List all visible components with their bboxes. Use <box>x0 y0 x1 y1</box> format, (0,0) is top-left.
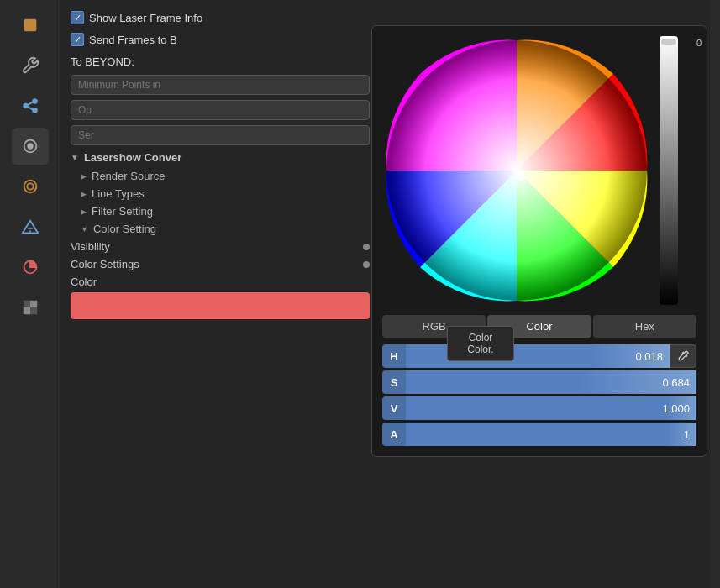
arrow-render-source: ▶ <box>81 172 87 181</box>
to-beyond-label-row: To BEYOND: <box>60 50 380 72</box>
svg-point-7 <box>28 144 33 149</box>
color-label: Color <box>71 276 97 288</box>
sidebar-icon-target[interactable] <box>12 128 49 165</box>
hsva-value-h: 0.018 <box>635 350 663 363</box>
arrow-line-types: ▶ <box>81 190 87 198</box>
svg-rect-0 <box>24 19 36 32</box>
hsva-row-h: H 0.018 <box>382 344 696 368</box>
scrollbar[interactable] <box>710 0 720 588</box>
checkbox-show-laser-label: Show Laser Frame Info <box>89 12 202 24</box>
hsva-row-a: A 1 <box>382 423 696 446</box>
sidebar-icon-wrench[interactable] <box>12 47 49 84</box>
svg-point-20 <box>386 40 647 301</box>
ser-input[interactable] <box>71 125 370 145</box>
sidebar-icon-ring[interactable] <box>12 168 49 205</box>
svg-line-5 <box>27 107 32 110</box>
section-lasershow[interactable]: ▼ Lasershow Conver <box>60 148 380 167</box>
checkbox-send-frames[interactable]: ✓ <box>71 33 84 46</box>
svg-point-3 <box>33 108 37 113</box>
main-panel: ✓ Show Laser Frame Info ✓ Send Frames to… <box>60 0 720 588</box>
checkbox-show-laser[interactable]: ✓ <box>71 11 84 24</box>
subsection-color-setting[interactable]: ▼ Color Setting <box>60 220 380 238</box>
hsva-label-s: S <box>382 370 406 394</box>
hsva-bar-s[interactable]: 0.684 <box>406 370 696 394</box>
brightness-bar[interactable] <box>660 36 678 305</box>
color-wheel[interactable] <box>382 36 651 305</box>
hsva-value-a: 1 <box>684 428 690 441</box>
checkbox-row-send-frames: ✓ Send Frames to B <box>60 29 380 50</box>
subsection-line-types-label: Line Types <box>92 187 145 200</box>
arrow-color-setting: ▼ <box>81 225 88 234</box>
hsva-value-v: 1.000 <box>662 402 690 415</box>
svg-point-21 <box>517 172 525 181</box>
color-settings-label: Color Settings <box>71 258 139 270</box>
svg-rect-14 <box>23 301 29 307</box>
section-arrow-lasershow: ▼ <box>71 153 79 162</box>
svg-point-9 <box>27 183 33 189</box>
sidebar-icon-checkerboard[interactable] <box>12 289 49 326</box>
tab-bar: RGB Color Hex <box>382 315 696 338</box>
hsva-value-s: 0.684 <box>662 376 690 389</box>
visibility-label: Visibility <box>71 240 110 253</box>
svg-rect-15 <box>30 301 37 307</box>
hsva-label-h: H <box>382 344 406 368</box>
hsva-bar-h[interactable]: 0.018 <box>406 344 670 368</box>
brightness-handle[interactable] <box>661 39 676 45</box>
tooltip-line2: Color. <box>456 344 505 355</box>
hsva-row-v: V 1.000 <box>382 396 696 420</box>
sidebar-icon-nodes[interactable] <box>12 87 49 124</box>
color-wheel-area: 0 <box>382 36 696 305</box>
subsection-color-setting-label: Color Setting <box>93 223 156 235</box>
visibility-row: Visibility <box>60 238 380 255</box>
tooltip-line1: Color <box>456 332 505 344</box>
sidebar <box>0 0 60 588</box>
subsection-filter-setting[interactable]: ▶ Filter Setting <box>60 202 380 220</box>
hsva-bar-a[interactable]: 1 <box>406 423 696 446</box>
tab-hex[interactable]: Hex <box>593 315 696 338</box>
hsva-fields: H 0.018 S 0.684 V <box>382 344 696 446</box>
svg-rect-16 <box>23 307 29 314</box>
min-points-row <box>60 72 380 97</box>
checkbox-row-show-laser: ✓ Show Laser Frame Info <box>60 7 380 29</box>
subsection-filter-setting-label: Filter Setting <box>92 205 153 218</box>
svg-point-2 <box>33 99 37 103</box>
sidebar-icon-pie[interactable] <box>12 249 49 286</box>
subsection-render-source[interactable]: ▶ Render Source <box>60 167 380 185</box>
brightness-value: 0 <box>696 38 702 48</box>
panel-content: ✓ Show Laser Frame Info ✓ Send Frames to… <box>60 0 380 588</box>
to-beyond-label: To BEYOND: <box>71 55 134 68</box>
subsection-line-types[interactable]: ▶ Line Types <box>60 185 380 202</box>
color-settings-row: Color Settings <box>60 255 380 273</box>
tooltip-popup: Color Color. <box>447 326 514 361</box>
min-points-input[interactable] <box>71 75 370 95</box>
subsection-render-source-label: Render Source <box>92 170 165 182</box>
color-picker-popup: 0 RGB Color Hex H 0.018 <box>371 25 707 457</box>
svg-point-8 <box>24 181 36 193</box>
op-input[interactable] <box>71 100 370 120</box>
hsva-label-a: A <box>382 423 406 446</box>
checkbox-send-frames-label: Send Frames to B <box>89 34 177 46</box>
ser-row <box>60 123 380 148</box>
hsva-label-v: V <box>382 396 406 420</box>
hsva-row-s: S 0.684 <box>382 370 696 394</box>
sidebar-icon-scene[interactable] <box>12 7 49 44</box>
color-label-row: Color <box>60 273 380 291</box>
hsva-bar-v[interactable]: 1.000 <box>406 396 696 420</box>
sidebar-icon-filter[interactable] <box>12 208 49 245</box>
svg-line-4 <box>27 102 32 105</box>
svg-point-1 <box>24 104 28 108</box>
eyedropper-button[interactable] <box>670 344 696 368</box>
op-row <box>60 97 380 123</box>
arrow-filter-setting: ▶ <box>81 207 87 216</box>
svg-rect-17 <box>30 307 37 314</box>
color-swatch[interactable] <box>71 292 370 319</box>
section-lasershow-label: Lasershow Conver <box>84 151 181 164</box>
